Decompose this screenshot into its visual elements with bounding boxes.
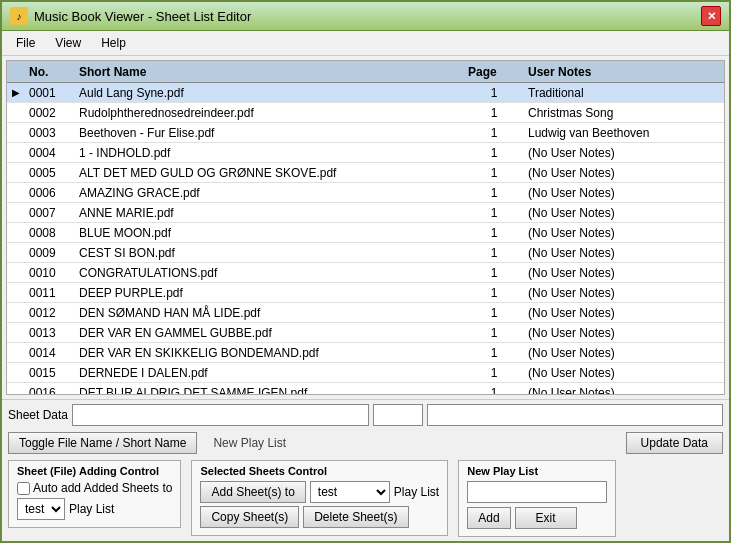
table-row[interactable]: 0008 BLUE MOON.pdf 1 (No User Notes) (7, 223, 724, 243)
row-short-name: BLUE MOON.pdf (75, 225, 464, 241)
update-data-button[interactable]: Update Data (626, 432, 723, 454)
new-playlist-section-title: New Play List (467, 465, 607, 477)
table-row[interactable]: 0005 ALT DET MED GULD OG GRØNNE SKOVE.pd… (7, 163, 724, 183)
row-notes: (No User Notes) (524, 385, 724, 395)
sheet-data-name-input[interactable] (72, 404, 368, 426)
row-short-name: 1 - INDHOLD.pdf (75, 145, 464, 161)
row-no: 0007 (25, 205, 75, 221)
row-short-name: DET BLIR ALDRIG DET SAMME IGEN.pdf (75, 385, 464, 395)
copy-sheets-button[interactable]: Copy Sheet(s) (200, 506, 299, 528)
row-page: 1 (464, 185, 524, 201)
row-short-name: Auld Lang Syne.pdf (75, 85, 464, 101)
row-no: 0012 (25, 305, 75, 321)
table-header: No. Short Name Page User Notes (7, 61, 724, 83)
table-row[interactable]: 0006 AMAZING GRACE.pdf 1 (No User Notes) (7, 183, 724, 203)
row-short-name: AMAZING GRACE.pdf (75, 185, 464, 201)
row-no: 0003 (25, 125, 75, 141)
menu-bar: File View Help (2, 31, 729, 56)
row-no: 0002 (25, 105, 75, 121)
sheet-adding-title: Sheet (File) Adding Control (17, 465, 172, 477)
sheet-adding-playlist-select[interactable]: test (17, 498, 65, 520)
window-title: Music Book Viewer - Sheet List Editor (34, 9, 251, 24)
row-notes: (No User Notes) (524, 285, 724, 301)
menu-file[interactable]: File (6, 33, 45, 53)
row-short-name: CEST SI BON.pdf (75, 245, 464, 261)
table-body[interactable]: ▶ 0001 Auld Lang Syne.pdf 1 Traditional … (7, 83, 724, 394)
row-short-name: DEEP PURPLE.pdf (75, 285, 464, 301)
row-no: 0014 (25, 345, 75, 361)
sheet-data-page-input[interactable] (373, 404, 423, 426)
selected-sheets-section: Selected Sheets Control Add Sheet(s) to … (191, 460, 448, 536)
new-playlist-input[interactable] (467, 481, 607, 503)
row-notes: (No User Notes) (524, 245, 724, 261)
row-no: 0013 (25, 325, 75, 341)
table-row[interactable]: 0014 DER VAR EN SKIKKELIG BONDEMAND.pdf … (7, 343, 724, 363)
table-row[interactable]: 0012 DEN SØMAND HAN MÅ LIDE.pdf 1 (No Us… (7, 303, 724, 323)
row-page: 1 (464, 285, 524, 301)
close-button[interactable]: ✕ (701, 6, 721, 26)
auto-add-label: Auto add Added Sheets to (17, 481, 172, 495)
row-short-name: DER VAR EN GAMMEL GUBBE.pdf (75, 325, 464, 341)
sheet-adding-section: Sheet (File) Adding Control Auto add Add… (8, 460, 181, 528)
auto-add-row: Auto add Added Sheets to (17, 481, 172, 495)
menu-help[interactable]: Help (91, 33, 136, 53)
row-no: 0005 (25, 165, 75, 181)
row-page: 1 (464, 125, 524, 141)
row-page: 1 (464, 345, 524, 361)
row-page: 1 (464, 225, 524, 241)
row-no: 0001 (25, 85, 75, 101)
row-short-name: DER VAR EN SKIKKELIG BONDEMAND.pdf (75, 345, 464, 361)
table-row[interactable]: 0016 DET BLIR ALDRIG DET SAMME IGEN.pdf … (7, 383, 724, 394)
bottom-area: Sheet Data Toggle File Name / Short Name… (2, 399, 729, 541)
header-no: No. (25, 63, 75, 81)
delete-sheets-button[interactable]: Delete Sheet(s) (303, 506, 408, 528)
row-page: 1 (464, 325, 524, 341)
row-notes: (No User Notes) (524, 205, 724, 221)
row-notes: (No User Notes) (524, 185, 724, 201)
row-notes: (No User Notes) (524, 225, 724, 241)
title-bar-left: ♪ Music Book Viewer - Sheet List Editor (10, 7, 251, 25)
row-notes: (No User Notes) (524, 305, 724, 321)
row-notes: (No User Notes) (524, 365, 724, 381)
table-row[interactable]: 0002 Rudolphtherednosedreindeer.pdf 1 Ch… (7, 103, 724, 123)
row-page: 1 (464, 105, 524, 121)
copy-delete-row: Copy Sheet(s) Delete Sheet(s) (200, 506, 439, 528)
add-exit-row: Add Exit (467, 507, 607, 529)
exit-button[interactable]: Exit (515, 507, 577, 529)
sheet-data-row: Sheet Data (8, 404, 723, 426)
title-bar: ♪ Music Book Viewer - Sheet List Editor … (2, 2, 729, 31)
table-row[interactable]: 0007 ANNE MARIE.pdf 1 (No User Notes) (7, 203, 724, 223)
menu-view[interactable]: View (45, 33, 91, 53)
row-short-name: Beethoven - Fur Elise.pdf (75, 125, 464, 141)
header-page: Page (464, 63, 524, 81)
table-row[interactable]: 0010 CONGRATULATIONS.pdf 1 (No User Note… (7, 263, 724, 283)
add-button[interactable]: Add (467, 507, 510, 529)
row-short-name: CONGRATULATIONS.pdf (75, 265, 464, 281)
table-row[interactable]: 0013 DER VAR EN GAMMEL GUBBE.pdf 1 (No U… (7, 323, 724, 343)
row-short-name: DEN SØMAND HAN MÅ LIDE.pdf (75, 305, 464, 321)
table-row[interactable]: ▶ 0001 Auld Lang Syne.pdf 1 Traditional (7, 83, 724, 103)
row-page: 1 (464, 365, 524, 381)
sheet-data-notes-input[interactable] (427, 404, 723, 426)
selected-playlist-select[interactable]: test (310, 481, 390, 503)
row-page: 1 (464, 145, 524, 161)
row-page: 1 (464, 165, 524, 181)
table-row[interactable]: 0004 1 - INDHOLD.pdf 1 (No User Notes) (7, 143, 724, 163)
row-short-name: Rudolphtherednosedreindeer.pdf (75, 105, 464, 121)
table-row[interactable]: 0015 DERNEDE I DALEN.pdf 1 (No User Note… (7, 363, 724, 383)
table-row[interactable]: 0011 DEEP PURPLE.pdf 1 (No User Notes) (7, 283, 724, 303)
row-page: 1 (464, 265, 524, 281)
selected-sheets-title: Selected Sheets Control (200, 465, 439, 477)
table-row[interactable]: 0003 Beethoven - Fur Elise.pdf 1 Ludwig … (7, 123, 724, 143)
add-sheets-button[interactable]: Add Sheet(s) to (200, 481, 305, 503)
toggle-file-name-button[interactable]: Toggle File Name / Short Name (8, 432, 197, 454)
table-row[interactable]: 0009 CEST SI BON.pdf 1 (No User Notes) (7, 243, 724, 263)
row-page: 1 (464, 245, 524, 261)
row-notes: (No User Notes) (524, 145, 724, 161)
auto-add-checkbox[interactable] (17, 482, 30, 495)
row-page: 1 (464, 385, 524, 395)
row-no: 0006 (25, 185, 75, 201)
row-no: 0008 (25, 225, 75, 241)
row-short-name: ALT DET MED GULD OG GRØNNE SKOVE.pdf (75, 165, 464, 181)
row-notes: (No User Notes) (524, 165, 724, 181)
